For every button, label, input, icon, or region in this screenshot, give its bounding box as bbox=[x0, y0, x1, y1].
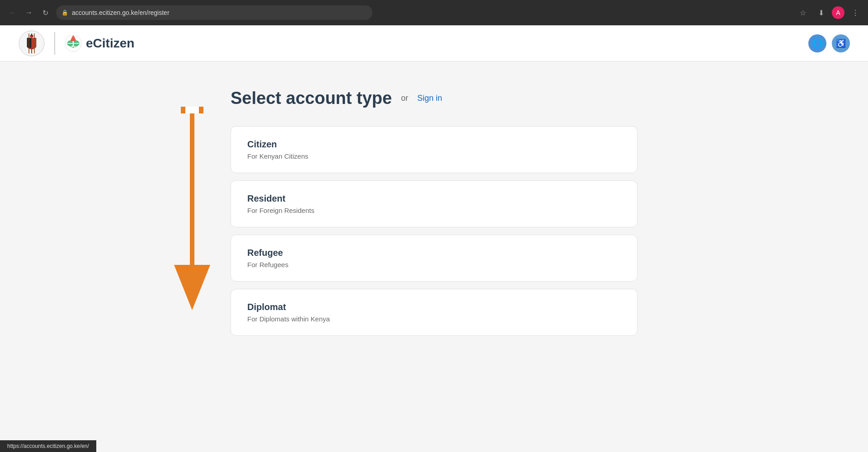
more-icon: ⋮ bbox=[852, 9, 859, 17]
download-icon: ⬇ bbox=[818, 9, 824, 17]
diplomat-card-title: Diplomat bbox=[247, 302, 621, 312]
globe-icon: 🌐 bbox=[812, 38, 823, 49]
nav-buttons: ← → ↻ bbox=[5, 5, 52, 20]
refresh-button[interactable]: ↻ bbox=[38, 5, 52, 20]
account-cards-list: Citizen For Kenyan Citizens Resident For… bbox=[231, 126, 637, 336]
url-text: accounts.ecitizen.go.ke/en/register bbox=[72, 9, 367, 16]
logo-section: eCitizen bbox=[18, 30, 134, 57]
main-content: Select account type or Sign in Citizen F… bbox=[0, 61, 868, 452]
citizen-card[interactable]: Citizen For Kenyan Citizens bbox=[231, 126, 637, 173]
status-url: https://accounts.ecitizen.go.ke/en/ bbox=[7, 443, 89, 449]
svg-point-5 bbox=[31, 34, 33, 36]
avatar-initial: A bbox=[836, 9, 840, 16]
forward-icon: → bbox=[25, 9, 33, 17]
star-icon: ☆ bbox=[800, 9, 806, 17]
header-actions: 🌐 ♿ bbox=[808, 34, 850, 52]
accessibility-button[interactable]: ♿ bbox=[832, 34, 850, 52]
resident-card[interactable]: Resident For Foreign Residents bbox=[231, 180, 637, 227]
content-container: Select account type or Sign in Citizen F… bbox=[231, 89, 637, 336]
profile-avatar[interactable]: A bbox=[832, 6, 844, 19]
more-button[interactable]: ⋮ bbox=[848, 5, 863, 20]
resident-card-desc: For Foreign Residents bbox=[247, 207, 621, 214]
refresh-icon: ↻ bbox=[42, 9, 48, 17]
page-header: eCitizen 🌐 ♿ bbox=[0, 25, 868, 61]
or-text: or bbox=[401, 94, 408, 103]
diplomat-card-desc: For Diplomats within Kenya bbox=[247, 315, 621, 323]
svg-marker-11 bbox=[174, 265, 210, 310]
resident-card-title: Resident bbox=[247, 193, 621, 204]
address-bar[interactable]: 🔒 accounts.ecitizen.go.ke/en/register bbox=[56, 5, 373, 20]
refugee-card[interactable]: Refugee For Refugees bbox=[231, 235, 637, 282]
ecitizen-logo: eCitizen bbox=[64, 34, 134, 52]
coat-of-arms-logo bbox=[18, 30, 45, 57]
diplomat-card[interactable]: Diplomat For Diplomats within Kenya bbox=[231, 289, 637, 336]
refugee-card-title: Refugee bbox=[247, 248, 621, 258]
bookmark-button[interactable]: ☆ bbox=[796, 5, 810, 20]
back-button[interactable]: ← bbox=[5, 5, 20, 20]
security-icon: 🔒 bbox=[61, 9, 68, 16]
logo-divider bbox=[54, 32, 55, 55]
app-title: eCitizen bbox=[86, 36, 134, 51]
forward-button[interactable]: → bbox=[22, 5, 36, 20]
ecitizen-icon bbox=[64, 34, 82, 52]
citizen-card-title: Citizen bbox=[247, 139, 621, 150]
page-title-row: Select account type or Sign in bbox=[231, 89, 637, 108]
status-bar: https://accounts.ecitizen.go.ke/en/ bbox=[0, 440, 96, 452]
svg-rect-12 bbox=[183, 107, 201, 113]
page-title: Select account type bbox=[231, 89, 392, 108]
browser-chrome: ← → ↻ 🔒 accounts.ecitizen.go.ke/en/regis… bbox=[0, 0, 868, 25]
accessibility-icon: ♿ bbox=[836, 38, 846, 48]
browser-actions: ☆ ⬇ A ⋮ bbox=[796, 5, 863, 20]
download-button[interactable]: ⬇ bbox=[814, 5, 828, 20]
back-icon: ← bbox=[9, 9, 16, 17]
arrow-annotation bbox=[172, 102, 212, 310]
sign-in-link[interactable]: Sign in bbox=[417, 94, 442, 103]
refugee-card-desc: For Refugees bbox=[247, 261, 621, 268]
citizen-card-desc: For Kenyan Citizens bbox=[247, 152, 621, 160]
language-button[interactable]: 🌐 bbox=[808, 34, 826, 52]
